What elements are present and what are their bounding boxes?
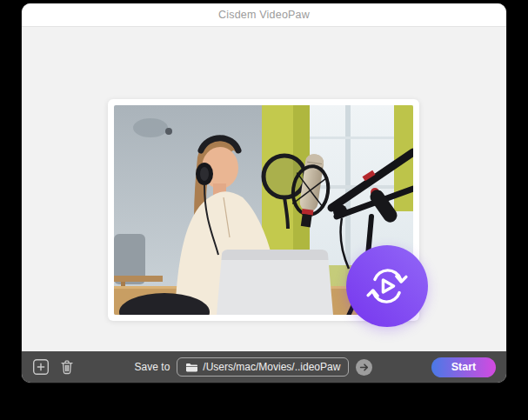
add-button[interactable] bbox=[32, 358, 50, 376]
add-icon bbox=[32, 358, 50, 376]
convert-play-icon bbox=[364, 263, 410, 309]
convert-badge bbox=[346, 245, 428, 327]
arrow-right-icon bbox=[359, 363, 369, 372]
desktop-background: Cisdem VideoPaw bbox=[0, 0, 528, 420]
bottom-toolbar: Save to /Users/mac/Movies/..ideoPaw Star… bbox=[22, 351, 506, 383]
folder-icon bbox=[185, 363, 197, 372]
app-window: Cisdem VideoPaw bbox=[22, 3, 506, 383]
save-path-field[interactable]: /Users/mac/Movies/..ideoPaw bbox=[177, 357, 349, 377]
window-title: Cisdem VideoPaw bbox=[218, 9, 310, 21]
start-button[interactable]: Start bbox=[431, 357, 496, 377]
save-to-label: Save to bbox=[135, 361, 170, 373]
trash-icon bbox=[58, 358, 76, 376]
titlebar[interactable]: Cisdem VideoPaw bbox=[22, 3, 506, 27]
laptop bbox=[217, 250, 333, 315]
delete-button[interactable] bbox=[58, 358, 76, 376]
content-area bbox=[22, 28, 506, 351]
save-to-group: Save to /Users/mac/Movies/..ideoPaw bbox=[84, 357, 423, 377]
open-folder-button[interactable] bbox=[356, 359, 372, 376]
save-path-value: /Users/mac/Movies/..ideoPaw bbox=[203, 361, 340, 373]
